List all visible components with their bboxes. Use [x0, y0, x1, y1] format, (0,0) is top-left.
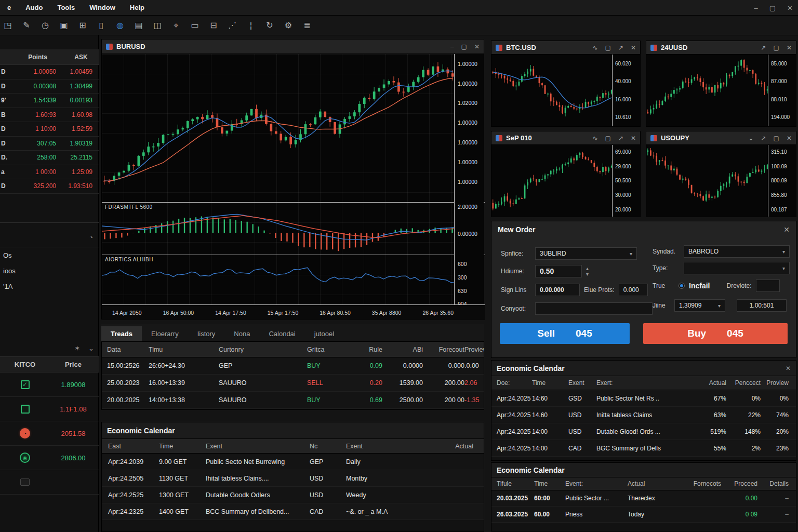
- toolbar-icon[interactable]: ⊟: [207, 19, 220, 32]
- popout-icon[interactable]: ↗: [618, 44, 623, 51]
- menu-item[interactable]: Help: [123, 4, 152, 11]
- sep010-chart-body[interactable]: 69.00029.00050.50030.00028.000: [491, 145, 640, 217]
- symbol-select[interactable]: 3UBLIRD▾: [535, 247, 637, 260]
- market-watch-row[interactable]: 9' 1.54339 0.00193: [0, 94, 99, 108]
- calendar-row[interactable]: 20.03.2025 60:00 Public Sector ... There…: [491, 490, 796, 507]
- col-title[interactable]: Tifule: [491, 480, 534, 487]
- burusd-titlebar[interactable]: BURUSD – ▢ ✕: [102, 39, 484, 54]
- col-actual[interactable]: Actual: [628, 480, 685, 487]
- terminal-tab[interactable]: Treads: [101, 326, 142, 341]
- market-watch-row[interactable]: D 0.00308 1.30499: [0, 79, 99, 94]
- 24uusd-chart-body[interactable]: 85.00087.00088.010194.000: [646, 55, 796, 126]
- order-row[interactable]: 25.00.2023 16.00+13:39 SAUURO SELL 0.20 …: [102, 375, 484, 392]
- market-watch-row[interactable]: D 1 10:00 1.52:59: [0, 122, 99, 137]
- sidebar-misc-item[interactable]: '1A: [0, 278, 99, 294]
- buy-button[interactable]: Buy045: [643, 323, 788, 344]
- col-side[interactable]: Gritca: [284, 346, 338, 353]
- menu-item[interactable]: Tools: [50, 4, 82, 11]
- col-time[interactable]: Timu: [149, 346, 206, 353]
- menu-item[interactable]: e: [0, 4, 18, 11]
- toolbar-icon[interactable]: ≣: [300, 19, 314, 32]
- stoch-pane[interactable]: AIORTICS ALHIBH: [102, 255, 455, 304]
- col-forecast[interactable]: Fornecots: [685, 480, 721, 487]
- calendar-row[interactable]: Apr:24.2525 1300 GET Dutable Goodk Odler…: [102, 487, 484, 503]
- toolbar-icon[interactable]: ▭: [188, 19, 202, 32]
- col-nc[interactable]: Nc: [302, 443, 346, 450]
- terminal-tab[interactable]: Iistory: [188, 326, 225, 341]
- restore-icon[interactable]: ▢: [769, 4, 776, 12]
- market-watch-row[interactable]: D 307:05 1.90319: [0, 137, 99, 151]
- close-icon[interactable]: ✕: [787, 4, 793, 12]
- macd-pane[interactable]: FDRASMTFL 5600: [102, 203, 455, 255]
- kitco-row-icon[interactable]: [20, 478, 30, 486]
- instant-radio[interactable]: [679, 283, 685, 289]
- takeprofit-input[interactable]: 0.000: [619, 284, 648, 296]
- market-watch-row[interactable]: B 1.60:93 1.60.98: [0, 108, 99, 123]
- col-ask[interactable]: ASK: [63, 54, 99, 61]
- col-kitco[interactable]: KITCO: [0, 361, 50, 368]
- calendar-row[interactable]: Apr:24.2025 14.60 USD Initta tabless Cla…: [491, 407, 796, 423]
- calendar-row[interactable]: 26.03.2025 60.00 Priess Today 0 09 –: [491, 507, 796, 523]
- kitco-row[interactable]: ◔ 2051.58: [0, 421, 99, 446]
- col-time[interactable]: Time: [534, 480, 565, 487]
- col-east[interactable]: East: [102, 443, 151, 450]
- price-select[interactable]: 1.30909▾: [674, 299, 725, 312]
- col-preview[interactable]: Proview: [761, 379, 796, 387]
- col-preview[interactable]: Proview: [464, 346, 484, 353]
- close-icon[interactable]: ✕: [474, 43, 480, 50]
- calendar-row[interactable]: Apr:24.2325 1400 GET BCC Summary of Dell…: [102, 503, 484, 520]
- sidebar-misc-item[interactable]: Os: [0, 247, 99, 263]
- popout-icon[interactable]: ↗: [761, 135, 766, 142]
- col-date[interactable]: Doe:: [491, 379, 532, 387]
- toolbar-icon[interactable]: ⋰: [225, 19, 239, 32]
- calendar-row[interactable]: Apr:24.2505 1130 GET Ihital tabless Clai…: [102, 470, 484, 487]
- toolbar-icon[interactable]: ◳: [1, 19, 15, 32]
- col-actual[interactable]: Actual: [690, 379, 726, 387]
- btcusd-titlebar[interactable]: BTC.USD ∿▢↗✕: [491, 41, 640, 55]
- col-currency[interactable]: Exent: [564, 379, 596, 387]
- menu-item[interactable]: Window: [82, 4, 123, 11]
- kitco-row[interactable]: [0, 470, 99, 495]
- col-event[interactable]: Exent: [198, 443, 302, 450]
- toolbar-icon[interactable]: ⊞: [76, 19, 89, 32]
- type-select[interactable]: ▾: [684, 262, 790, 274]
- kitco-row-icon[interactable]: ◉: [20, 453, 30, 463]
- toolbar-icon[interactable]: ↻: [263, 19, 276, 32]
- calendar-row[interactable]: Apr:24.2039 9.00 GET Public Secto Net Bu…: [102, 454, 484, 470]
- 24uusd-titlebar[interactable]: 24UUSD ↗▢✕: [646, 41, 796, 55]
- toolbar-icon[interactable]: ⚙: [282, 19, 295, 32]
- col-event[interactable]: Event:: [565, 480, 628, 487]
- menu-item[interactable]: Audo: [18, 4, 50, 11]
- terminal-tab[interactable]: jutooel: [305, 326, 343, 341]
- kitco-row-icon[interactable]: ◔: [20, 428, 30, 438]
- comment-input[interactable]: [535, 302, 653, 315]
- sell-button[interactable]: Sell045: [500, 323, 630, 344]
- kitco-row-icon[interactable]: ✓: [21, 380, 30, 389]
- calendar-row[interactable]: Apr:24.2025 14:00 CAD BGC Summary of Del…: [491, 440, 796, 457]
- order-row[interactable]: 20.00.2025 14:00+13:38 SAUURO BUY 0.69 2…: [102, 392, 484, 409]
- restore-icon[interactable]: ▢: [605, 135, 611, 142]
- close-icon[interactable]: ✕: [786, 365, 791, 372]
- close-icon[interactable]: ✕: [787, 135, 792, 142]
- kitco-row-icon[interactable]: ✓: [21, 405, 30, 414]
- toolbar-icon[interactable]: ▣: [57, 19, 71, 32]
- restore-icon[interactable]: ▢: [605, 44, 611, 51]
- col-data[interactable]: Data: [102, 346, 149, 353]
- restore-icon[interactable]: ▢: [461, 43, 467, 50]
- close-icon[interactable]: ✕: [631, 44, 636, 51]
- col-time[interactable]: Time: [532, 379, 564, 387]
- col-currency[interactable]: Curtonry: [206, 346, 284, 353]
- close-icon[interactable]: ✕: [787, 44, 792, 51]
- col-forecast[interactable]: Forecout: [423, 346, 464, 353]
- col-details[interactable]: Details: [757, 480, 796, 487]
- calendar-row[interactable]: Apr:24.2025 14:00 USD Dutable Giood! Ord…: [491, 423, 796, 440]
- price2-input[interactable]: 1.00:501: [737, 299, 787, 312]
- order-row[interactable]: 15.00:2526 26:60+24.30 GEP BUY 0.09 0.00…: [102, 357, 484, 375]
- sidebar-misc-item[interactable]: ioos: [0, 263, 99, 278]
- minimize-icon[interactable]: –: [754, 4, 758, 12]
- toolbar-icon[interactable]: ◫: [151, 19, 164, 32]
- popout-icon[interactable]: ↗: [618, 135, 623, 142]
- stoploss-input[interactable]: 0.00.000: [535, 284, 580, 296]
- wave-icon[interactable]: ∿: [592, 135, 597, 142]
- col-rule[interactable]: Rule: [338, 346, 382, 353]
